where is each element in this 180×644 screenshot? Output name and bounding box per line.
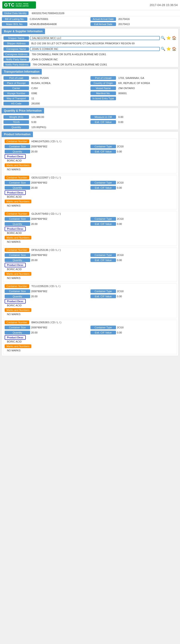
container-type-pair: Container Type 2CG0	[90, 253, 175, 257]
bill-of-lading-pair: Bill of Lading No. CJSVUN703001	[2, 17, 90, 21]
container-qty-cif-row: Quantity 20.00 Estl. CIF Value 0.00	[3, 222, 177, 226]
container-size-label: Container Size	[5, 217, 30, 221]
datetime: 2017-04-28 15:36:54	[150, 3, 178, 7]
marks-value: NO MARKS	[3, 240, 177, 244]
container-size-label: Container Size	[5, 290, 30, 293]
container-type-value: 2CG0	[117, 290, 124, 293]
estl-cif-label: Estl. CIF Value	[90, 120, 116, 124]
container-type-pair: Container Type 2CG0	[90, 326, 175, 329]
product-desc-value: BORIC ACID	[3, 340, 177, 344]
product-desc-row: Product Desc	[3, 154, 177, 159]
container-estl-cif-label: Estl. CIF Value	[90, 258, 116, 262]
voyage-number-pair: Voyage Number 038E	[4, 92, 90, 95]
container-qty-label: Quantity	[5, 294, 30, 298]
bill-of-lading-value: CJSVUN703001	[28, 17, 90, 21]
container-type-value: 2CG0	[117, 145, 124, 148]
country-of-origin-pair: Country of Origin KR, REPUBLIC OF KOREA	[90, 81, 176, 85]
product-desc-badge: Product Desc	[5, 154, 26, 159]
teus-label: TEUS	[4, 120, 29, 124]
product-desc-badge: Product Desc	[5, 190, 26, 195]
container-qty-value: 20.00	[31, 222, 38, 225]
quantity-value: 120.00(PKG)	[30, 125, 176, 129]
container-size-value: 2000*806*802	[31, 254, 47, 256]
container-estl-cif-value: 0.00	[117, 186, 122, 189]
marks-row: Marks and Numbers	[3, 235, 177, 240]
container-block: Container Number GLDU9776450 ( CD / L / …	[3, 211, 177, 246]
container-size-value: 2000*806*802	[31, 326, 47, 329]
container-qty-pair: Quantity 20.00	[5, 150, 90, 154]
manifest-no-value: 000001	[117, 92, 176, 95]
consignee-star-icon[interactable]: ⭐	[166, 47, 171, 51]
container-number-row: Container Number HDMU2475265 ( CD / L / …	[3, 139, 177, 144]
container-block: Container Number GESU1222007 ( CD / L / …	[3, 175, 177, 210]
marks-row: Marks and Numbers	[3, 163, 177, 168]
consignee-home-icon[interactable]: 🏠	[172, 47, 176, 51]
shipper-star-icon[interactable]: ⭐	[166, 36, 171, 40]
container-estl-cif-pair: Estl. CIF Value 0.00	[90, 150, 175, 154]
port-of-unload-value: 1703, SAVANNAH, GA	[117, 76, 176, 80]
container-qty-label: Quantity	[5, 150, 30, 154]
container-size-type-row: Container Size 2000*806*802 Container Ty…	[3, 180, 177, 185]
consignee-name-label: Consignee Name	[4, 47, 29, 51]
container-qty-pair: Quantity 20.00	[5, 294, 90, 298]
container-estl-cif-value: 0.00	[117, 259, 122, 262]
estl-cif-pair: Estl. CIF Value 0.00	[90, 120, 176, 124]
container-number-row: Container Number DFSU1253136 ( CD / L / …	[3, 248, 177, 252]
shipper-home-icon[interactable]: 🏠	[172, 36, 176, 40]
container-estl-cif-label: Estl. CIF Value	[90, 222, 116, 226]
container-block: Container Number DFSU1253136 ( CD / L / …	[3, 247, 177, 282]
transportation-section: Transportation Information Port of Load …	[2, 69, 178, 106]
container-qty-cif-row: Quantity 20.00 Estl. CIF Value 0.00	[3, 185, 177, 190]
header: GTC GLOBAL TRADE ONLINE LIMITED 2017-04-…	[0, 0, 180, 10]
product-desc-value: BORIC ACID	[3, 267, 177, 272]
marks-value: NO MARKS	[3, 204, 177, 208]
container-estl-cif-value: 0.00	[117, 331, 122, 334]
voyage-number-label: Voyage Number	[4, 92, 29, 95]
container-size-label: Container Size	[5, 181, 30, 184]
weight-label: Weight (KG)	[4, 115, 29, 119]
container-type-label: Container Type	[90, 326, 116, 329]
weight-pair: Weight (KG) 121,980.00	[4, 115, 90, 119]
manifest-no-pair: Manifest No. 000001	[90, 92, 176, 95]
marks-value: NO MARKS	[3, 312, 177, 316]
product-desc-badge: Product Desc	[5, 335, 26, 340]
port-of-load-pair: Port of Load 58023, PUSAN	[4, 76, 90, 80]
estl-arrival-label: Estl Arrival Date	[90, 22, 116, 26]
container-block: Container Number BMOU2905383 ( CD / L / …	[3, 320, 177, 354]
shipper-search-icon[interactable]: 🔍	[161, 36, 166, 40]
shipper-name-label: Shipper Name	[4, 36, 29, 40]
container-size-label: Container Size	[5, 253, 30, 257]
container-estl-cif-label: Estl. CIF Value	[90, 186, 116, 190]
place-of-receipt-label: Place of Receipt	[4, 81, 29, 85]
container-estl-cif-value: 0.00	[117, 222, 122, 225]
carrier-value: CJSV	[30, 86, 90, 90]
mater-bol-label: Mater BOL No.	[2, 22, 27, 26]
container-size-pair: Container Size 2000*806*802	[5, 290, 90, 293]
hs-code-label: HS Code	[4, 102, 29, 105]
mater-bol-value: HDMUBUBWB4644608	[28, 22, 90, 26]
consignee-search-icon[interactable]: 🔍	[161, 47, 166, 51]
shipper-address-label: Shipper Address	[4, 42, 29, 45]
container-type-pair: Container Type 2CG0	[90, 217, 175, 221]
container-qty-label: Quantity	[5, 186, 30, 190]
container-type-label: Container Type	[90, 181, 116, 184]
container-estl-cif-pair: Estl. CIF Value 0.00	[90, 331, 175, 334]
container-size-pair: Container Size 2000*806*802	[5, 217, 90, 221]
container-type-label: Container Type	[90, 290, 116, 293]
product-desc-row: Product Desc	[3, 263, 177, 267]
marks-value: NO MARKS	[3, 348, 177, 353]
inbound-entry-value	[117, 98, 176, 99]
container-size-pair: Container Size 2000*806*802	[5, 326, 90, 329]
container-size-label: Container Size	[5, 326, 30, 329]
container-number-badge: Container Number	[5, 212, 29, 216]
measure-cm-value: 0.00	[117, 115, 176, 119]
logo: GTC GLOBAL TRADE ONLINE LIMITED	[2, 2, 36, 8]
mater-bol-pair: Mater BOL No. HDMUBUBWB4644608	[2, 22, 90, 26]
container-number-badge: Container Number	[5, 320, 29, 324]
container-qty-value: 20.00	[31, 186, 38, 189]
container-size-pair: Container Size 2000*806*802	[5, 144, 90, 148]
notify-party-name-pair: Notify Party Name JOHN S CONNOR INC	[4, 58, 176, 61]
container-number-row: Container Number TCLU2295228 ( CD / L / …	[3, 284, 177, 289]
container-qty-value: 20.00	[31, 331, 38, 334]
consignee-name-pair: Consignee Name JOHN S CONNOR INC	[4, 47, 160, 51]
